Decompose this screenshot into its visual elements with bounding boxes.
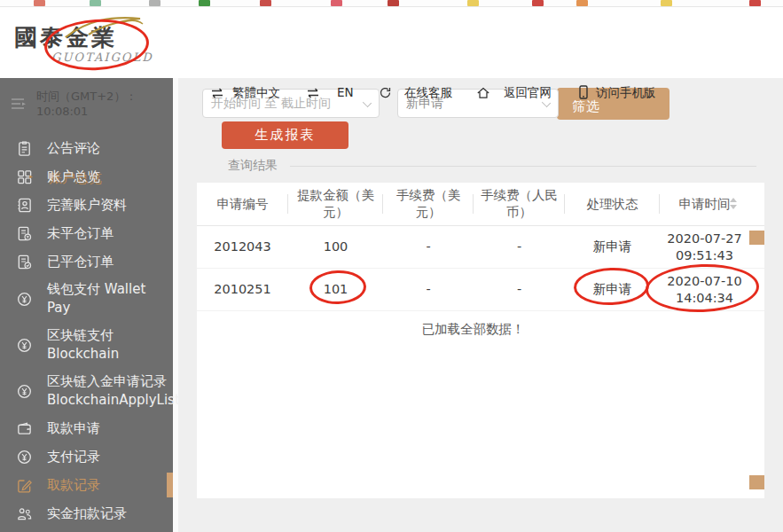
sidebar-item[interactable]: 区块链入金申请记录 BlockchainApplyList (0, 368, 173, 414)
yen-circle-icon (15, 290, 33, 308)
sidebar-item[interactable]: 未平仓订单 (0, 219, 173, 247)
cell-status: 新申请 (565, 269, 660, 310)
table-header-row: 申请编号 提款金额（美元） 手续费（美元） 手续费（人民币） 处理状态 申请时间 (197, 183, 764, 226)
sidebar-item[interactable]: 公告评论 (0, 134, 173, 162)
menu-toggle-icon[interactable] (11, 97, 27, 111)
nav-online-service[interactable]: 在线客服 (404, 84, 452, 100)
logo-swoosh-icon (60, 13, 145, 43)
profile-icon (15, 196, 33, 214)
sidebar-gutter (173, 78, 178, 532)
main-content: 繁體中文 EN 在线客服 返回官网 访问手机版 开始时间 至 截止时间 新申请 … (173, 78, 783, 532)
favicon (388, 0, 399, 6)
browser-bookmarks-strip (0, 0, 783, 7)
results-section-title: 查询结果 (228, 158, 278, 174)
table-body: 2012043 100 - - 新申请 2020-07-27 09:51:43 … (197, 226, 764, 311)
sidebar-item-label: 区块链入金申请记录 (47, 373, 167, 389)
favicon (467, 0, 479, 6)
table-row[interactable]: 2010251 101 - - 新申请 2020-07-10 14:04:34 (197, 269, 764, 311)
generate-report-button[interactable]: 生成报表 (222, 121, 348, 149)
nav-lang-traditional[interactable]: 繁體中文 (232, 84, 280, 100)
mobile-phone-icon[interactable] (578, 84, 589, 100)
sidebar-item-label-line2: BlockchainApplyList (47, 391, 180, 410)
favicon (34, 0, 45, 6)
cell-fee-cny: - (474, 226, 565, 268)
favicon (260, 0, 271, 6)
cell-apply-id: 2010251 (197, 269, 288, 310)
table-column-header[interactable]: 手续费（人民币） (474, 183, 565, 225)
table-column-header[interactable]: 手续费（美元） (383, 183, 474, 225)
filter-button-label: 筛选 (572, 98, 600, 115)
sidebar-item[interactable]: 取款记录 (0, 471, 173, 499)
cell-apply-time: 2020-07-10 14:04:34 (660, 269, 749, 310)
nav-mobile-version[interactable]: 访问手机版 (596, 84, 656, 100)
table-column-header[interactable]: 申请编号 (197, 183, 288, 225)
sidebar-menu: 公告评论 账户总览 账户总览 完善账户资料 (0, 127, 173, 532)
all-data-loaded-message: 已加载全部数据！ (197, 321, 749, 338)
sidebar-item[interactable]: 支付记录 (0, 442, 173, 471)
sidebar-item[interactable]: 区块链支付Blockchain (0, 322, 173, 368)
sidebar-item-label: 钱包支付 Wallet Pay (47, 281, 145, 316)
cell-apply-time: 2020-07-27 09:51:43 (660, 226, 749, 268)
sidebar-item-label: 取款申请 (47, 420, 100, 436)
sort-icon[interactable] (730, 197, 737, 211)
refresh-icon[interactable] (379, 84, 392, 100)
scrollbar-thumb[interactable] (749, 475, 764, 489)
sidebar-item-label: 未平仓订单 (47, 225, 114, 241)
favicon (532, 0, 544, 6)
favicon (149, 0, 161, 6)
favicon (749, 0, 761, 6)
account-overview-icon (15, 168, 33, 185)
sidebar-item-label: 取款记录 (47, 477, 100, 493)
sidebar-item[interactable]: 实金扣款记录 (0, 499, 173, 528)
favicon (199, 0, 210, 6)
announcement-icon (15, 139, 33, 157)
favicon (661, 0, 672, 6)
cell-status: 新申请 (565, 226, 660, 268)
sidebar-item-label: 公告评论 (47, 140, 100, 156)
wallet-icon (15, 419, 33, 437)
sidebar: 时间（GMT+2）：10:08:01 公告评论 账户总览 账户总览 (0, 78, 173, 532)
sidebar-item-label: 支付记录 (47, 449, 100, 465)
sidebar-item-label: 账户总览 (47, 168, 100, 184)
favicon (90, 0, 101, 6)
section-divider (290, 166, 756, 167)
cell-fee-usd: - (383, 269, 474, 310)
home-icon[interactable] (476, 84, 490, 100)
chevron-down-icon (363, 98, 372, 107)
sidebar-item-label: 实金扣款记录 (47, 505, 127, 521)
sidebar-item[interactable]: 账户总览 账户总览 (0, 162, 173, 191)
people-icon (15, 505, 33, 522)
swap-lang-icon[interactable] (210, 84, 224, 100)
server-time-label: 时间（GMT+2）：10:08:01 (36, 89, 173, 118)
sidebar-item[interactable]: 身份证明文件 (0, 528, 173, 532)
cell-amount-usd: 101 (288, 269, 383, 310)
scrollbar-thumb[interactable] (749, 231, 764, 245)
sidebar-time-row: 时间（GMT+2）：10:08:01 (0, 78, 173, 127)
open-orders-icon (15, 224, 33, 242)
page-header: 國泰金業 GUOTAIGOLD (0, 8, 783, 78)
yen-circle-icon (15, 448, 33, 466)
favicon (331, 0, 342, 6)
cell-apply-id: 2012043 (197, 226, 288, 268)
nav-back-official[interactable]: 返回官网 (504, 84, 552, 100)
sidebar-item-label: 区块链支付Blockchain (47, 327, 119, 362)
logo: 國泰金業 GUOTAIGOLD (14, 24, 174, 65)
yen-circle-icon (15, 336, 33, 354)
cell-amount-usd: 100 (288, 226, 383, 268)
closed-orders-icon (15, 253, 33, 270)
cell-fee-cny: - (474, 269, 565, 310)
swap-lang-icon[interactable] (306, 84, 320, 100)
nav-lang-en[interactable]: EN (337, 84, 354, 100)
sidebar-item[interactable]: 钱包支付 Wallet Pay (0, 276, 173, 322)
table-column-header[interactable]: 处理状态 (565, 183, 660, 225)
sidebar-item-label: 已平仓订单 (47, 254, 114, 270)
table-column-header[interactable]: 提款金额（美元） (288, 183, 383, 225)
edit-icon (15, 476, 33, 494)
sidebar-item[interactable]: 完善账户资料 (0, 191, 173, 219)
table-row[interactable]: 2012043 100 - - 新申请 2020-07-27 09:51:43 (197, 226, 764, 269)
cell-fee-usd: - (383, 226, 474, 268)
sidebar-item[interactable]: 已平仓订单 (0, 247, 173, 276)
sidebar-item-label: 完善账户资料 (47, 197, 127, 213)
sidebar-item[interactable]: 取款申请 (0, 414, 173, 442)
results-table-card: 申请编号 提款金额（美元） 手续费（美元） 手续费（人民币） 处理状态 申请时间… (197, 183, 764, 498)
